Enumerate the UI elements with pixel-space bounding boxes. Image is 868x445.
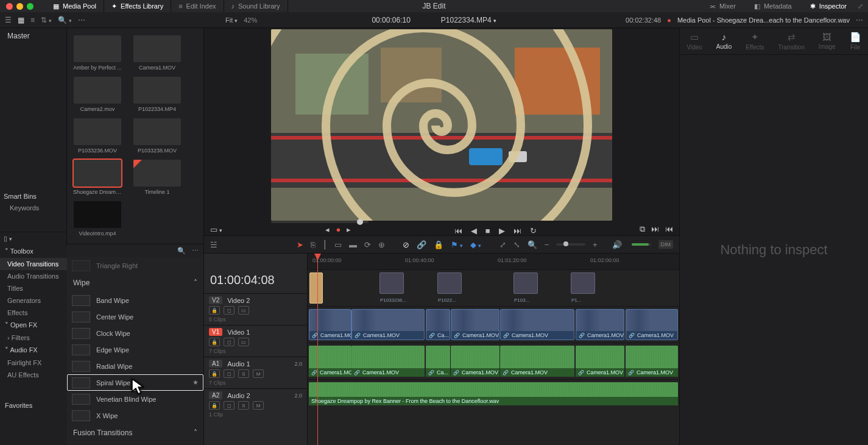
replace-icon[interactable]: ⟳ <box>364 240 371 249</box>
fxtree-filters[interactable]: › Filters <box>0 332 67 344</box>
media-clip[interactable]: P1022334.MP4 <box>133 77 182 112</box>
track-head-a1[interactable]: A1Audio 12.0 🔒◻SM 7 Clips <box>204 357 307 388</box>
dim-button[interactable]: DIM <box>658 240 674 249</box>
next-edit-icon[interactable]: ▸ <box>347 225 351 234</box>
panel-view-icon[interactable]: ▯ <box>4 235 12 243</box>
minimize-window-icon[interactable] <box>16 3 23 10</box>
insert-icon[interactable]: ▭ <box>334 240 342 249</box>
viewer-mode-menu[interactable]: ▭ <box>210 225 222 234</box>
fx-item-radial-wipe[interactable]: Radial Wipe <box>67 358 203 374</box>
lock-icon[interactable]: 🔒 <box>434 240 443 249</box>
fxtree-generators[interactable]: Generators <box>0 294 67 307</box>
play-icon[interactable]: ▶ <box>499 226 505 235</box>
fx-category-fusion[interactable]: Fusion Transitions˄ <box>67 424 203 442</box>
video-clip[interactable]: Camera1.MOV <box>626 309 678 340</box>
mute-icon[interactable]: 🔊 <box>612 240 622 249</box>
video-clip[interactable]: Ca... <box>426 309 450 340</box>
close-window-icon[interactable] <box>6 3 13 10</box>
expand-icon[interactable]: ⤢ <box>858 2 863 10</box>
timeline-tracks[interactable]: 01:00:00:0001:00:40:0001:01:20:0001:02:0… <box>308 254 679 445</box>
track-head-v2[interactable]: V2Video 2 🔒◻▭ 5 Clips <box>204 293 307 325</box>
audio-clip[interactable]: Ca... <box>426 346 450 377</box>
tab-inspector[interactable]: ✱Inspector <box>803 0 854 12</box>
zoom-fit-icon[interactable]: ⤢ <box>499 240 506 249</box>
fx-category-wipe[interactable]: Wipe˄ <box>67 274 203 292</box>
fx-item-clock-wipe[interactable]: Clock Wipe <box>67 325 203 341</box>
thumb-view-icon[interactable]: ▦ <box>18 16 24 24</box>
strip-view-icon[interactable]: ≡ <box>30 16 35 24</box>
prev-edit-icon[interactable]: ◂ <box>325 225 330 234</box>
zoom-percent[interactable]: 42% <box>244 16 257 24</box>
zoom-in-icon[interactable]: + <box>593 240 598 249</box>
media-clip[interactable]: Shoegaze Dreamp... <box>73 160 122 195</box>
audio-clip[interactable]: Camera1.MOV <box>500 346 574 377</box>
audio-clip[interactable]: Camera1.MOV <box>309 346 351 377</box>
marker-menu[interactable]: ◆ <box>470 240 481 249</box>
master-bin[interactable]: Master <box>0 28 66 44</box>
snap-icon[interactable]: ⊘ <box>403 240 409 249</box>
viewer-scrubber[interactable] <box>271 221 369 223</box>
video-clip[interactable]: Camera1.MOV <box>351 309 425 340</box>
playhead-icon[interactable]: ● <box>336 225 340 234</box>
options-icon[interactable]: ⋯ <box>856 16 863 24</box>
search-icon[interactable]: 🔍 <box>177 247 186 255</box>
openfx-header[interactable]: ˅ Open FX <box>0 319 67 332</box>
stop-icon[interactable]: ■ <box>485 226 490 235</box>
fit-menu[interactable]: Fit <box>225 16 238 24</box>
custom-zoom-icon[interactable]: 🔍 <box>528 240 537 249</box>
tab-mixer[interactable]: ⫘Mixer <box>702 0 743 12</box>
fxtree-au[interactable]: AU Effects <box>0 369 67 381</box>
loop-icon[interactable]: ↻ <box>530 226 537 235</box>
video-clip[interactable]: P1... <box>571 272 595 294</box>
favorites-header[interactable]: Favorites <box>0 399 67 411</box>
timeline-ruler[interactable]: 01:00:00:0001:00:40:0001:01:20:0001:02:0… <box>308 254 679 269</box>
timeline-view-icon[interactable]: ☱ <box>210 240 217 249</box>
tab-edit-index[interactable]: ≡Edit Index <box>171 0 224 12</box>
inspector-tab-audio[interactable]: ♪Audio <box>716 32 732 51</box>
jump-end-icon[interactable]: ⏭ <box>513 226 521 235</box>
selection-tool-icon[interactable]: ➤ <box>297 240 303 249</box>
fxtree-fairlight[interactable]: Fairlight FX <box>0 357 67 369</box>
audio-clip[interactable]: Camera1.MOV <box>351 346 425 377</box>
volume-slider[interactable] <box>632 243 651 246</box>
fx-item[interactable]: Triangle Right <box>67 257 203 274</box>
track-head-v1[interactable]: V1Video 1 🔒◻▭ 7 Clips <box>204 325 307 357</box>
prev-clip-icon[interactable]: ⏮ <box>665 224 673 234</box>
zoom-out-icon[interactable]: − <box>545 240 549 249</box>
flag-menu[interactable]: ⚑ <box>451 240 463 249</box>
search-menu[interactable]: 🔍 <box>58 16 72 24</box>
inspector-tab-video[interactable]: ▭Video <box>686 32 702 51</box>
smart-bin-keywords[interactable]: Keywords <box>0 202 66 213</box>
video-clip[interactable]: Camera1.MOV <box>309 309 351 340</box>
inspector-tab-transition[interactable]: ⇄Transition <box>778 32 805 51</box>
video-clip[interactable]: Camera1.MOV <box>500 309 574 340</box>
media-clip[interactable]: Camera2.mov <box>73 77 122 112</box>
video-clip[interactable]: P1022... <box>437 272 462 294</box>
sort-menu[interactable]: ⇅ <box>41 16 52 24</box>
inspector-tab-effects[interactable]: ✦Effects <box>746 32 764 51</box>
jump-start-icon[interactable]: ⏮ <box>454 226 462 235</box>
media-clip[interactable]: Camera1.MOV <box>133 35 182 71</box>
media-clip[interactable]: P1033236.MOV <box>73 118 122 154</box>
trim-tool-icon[interactable]: ⎘ <box>311 240 316 249</box>
playhead[interactable] <box>317 254 318 445</box>
blade-tool-icon[interactable]: ⎮ <box>323 240 327 249</box>
fx-item-band-wipe[interactable]: Band Wipe <box>67 292 203 308</box>
media-clip[interactable]: VideoIntro.mp4 <box>73 201 122 237</box>
audio-clip[interactable]: Camera1.MOV <box>576 346 624 377</box>
fx-item-edge-wipe[interactable]: Edge Wipe <box>67 341 203 358</box>
audiofx-header[interactable]: ˅ Audio FX <box>0 344 67 357</box>
fxtree-video-transitions[interactable]: Video Transitions <box>0 258 67 270</box>
timeline-timecode[interactable]: 01:00:04:08 <box>204 269 307 293</box>
zoom-slider[interactable] <box>556 243 585 246</box>
clip-name[interactable]: P1022334.MP4 <box>441 16 496 24</box>
more-icon[interactable]: ⋯ <box>78 16 85 24</box>
media-clip[interactable]: Amber by Perfect ... <box>73 35 122 71</box>
media-clip[interactable]: P1033238.MOV <box>133 118 182 154</box>
audio-clip[interactable]: Camera1.MOV <box>451 346 499 377</box>
media-clip[interactable]: Timeline 1 <box>133 160 182 195</box>
more-icon[interactable]: ⋯ <box>192 247 199 255</box>
toolbox-header[interactable]: ˅ Toolbox <box>0 245 67 258</box>
video-clip[interactable]: P103... <box>513 272 538 294</box>
inspector-tab-image[interactable]: 🖼Image <box>819 32 836 51</box>
